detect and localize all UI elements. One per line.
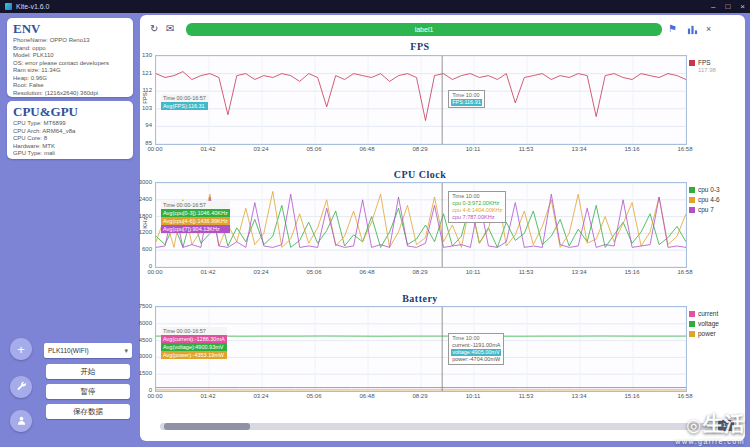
main-panel: ↻ ✉ label1 ⚑ × FPS FPS Time 00:00-16:57A… [140,15,745,441]
legend-item[interactable]: power [689,330,743,337]
mail-icon[interactable]: ✉ [166,22,174,36]
x-tick-label: 16:58 [677,269,692,275]
avg-annotation: Time 00:00-16:57Avg(current):-1286.30mAA… [161,327,227,359]
x-tick-label: 00:00 [147,269,162,275]
env-line: Ram size: 11.34G [13,67,127,75]
x-tick-label: 11:53 [519,146,534,152]
tooltip-row: cpu 0-3:972.00KHz [451,200,503,207]
y-tick-label: 3000 [139,179,152,185]
device-select[interactable]: PLK110(WIFI) ▾ [44,343,132,358]
y-tick-label: 2400 [139,196,152,202]
x-tick-label: 10:11 [466,269,481,275]
bookmark-icon[interactable]: ⚑ [668,22,677,36]
app-window: { "window": { "title": "Kite-v1.6.0", "c… [0,0,750,447]
annotation-row: Avg(cpu[7]):904.13KHz [161,225,230,233]
tooltip-row: cpu 7:787.00KHz [451,214,503,221]
legend-swatch [689,187,695,193]
x-tick-label: 08:29 [412,269,427,275]
y-tick-label: 1500 [139,370,152,376]
x-tick-label: 00:00 [147,146,162,152]
x-tick-label: 03:24 [253,146,268,152]
env-line: Heap: 0.96G [13,75,127,83]
x-tick-label: 13:34 [571,269,586,275]
env-lines: PhoneName: OPPO Reno13Brand: oppoModel: … [13,37,127,97]
close-button[interactable]: × [740,0,745,13]
env-line: PhoneName: OPPO Reno13 [13,37,127,45]
chart-legend[interactable]: FPS117.98 [689,59,743,76]
y-tick-label: 3000 [139,353,152,359]
maximize-button[interactable]: □ [725,0,730,13]
cpugpu-line: GPU Type: mali [13,150,127,158]
env-line: Model: PLK110 [13,52,127,60]
annotation-row: Time 00:00-16:57 [161,327,227,335]
refresh-icon[interactable]: ↻ [150,22,158,36]
legend-item[interactable]: cpu 0-3 [689,186,743,193]
label-bar[interactable]: label1 [186,23,662,36]
legend-swatch [689,331,695,337]
minimize-button[interactable]: – [711,0,715,13]
tooltip-row: voltage:4905.00mV [451,349,501,356]
x-tick-label: 05:06 [306,146,321,152]
tooltip-row: FPS:116.91 [451,99,482,106]
x-tick-label: 08:29 [412,393,427,399]
x-axis-ticks: 00:0001:4203:2405:0606:4808:2910:1111:53… [155,145,685,154]
x-tick-label: 01:42 [200,269,215,275]
tooltip-row: power:-4704.00mW [451,356,501,363]
tooltip-row: Time 10:00 [451,335,501,342]
cpugpu-line: CPU Core: 8 [13,135,127,143]
legend-label: cpu 4-6 [698,196,720,203]
support-button[interactable] [10,410,32,432]
legend-item[interactable]: cpu 4-6 [689,196,743,203]
x-tick-label: 11:53 [519,269,534,275]
tooltip-row: Time 10:00 [451,92,482,99]
wrench-icon [16,380,27,395]
legend-swatch [689,60,695,66]
y-tick-label: 121 [142,70,152,76]
chart-columns-icon[interactable] [687,24,698,39]
x-axis-ticks: 00:0001:4203:2405:0606:4808:2910:1111:53… [155,392,685,401]
annotation-row: Avg(cpu[4-6]):1436.99KHz [161,217,230,225]
annotation-row: Avg(current):-1286.30mA [161,335,227,343]
tools-button[interactable] [10,376,32,398]
chart-title: FPS [155,41,685,52]
y-tick-label: 4500 [139,337,152,343]
env-line: OS: error please contact developers [13,60,127,68]
legend-swatch [689,321,695,327]
chart-legend[interactable]: currentvoltagepower [689,310,743,340]
cpugpu-panel: CPU&GPU CPU Type: MT6899CPU Arch: ARM64_… [7,101,133,159]
chart-plot-area[interactable]: Time 00:00-16:57Avg(current):-1286.30mAA… [155,306,687,392]
cursor-tooltip: Time 10:00FPS:116.91 [448,90,485,108]
save-data-button[interactable]: 保存数据 [46,404,130,419]
close-chart-icon[interactable]: × [706,22,711,36]
legend-item[interactable]: voltage [689,320,743,327]
x-tick-label: 03:24 [253,393,268,399]
window-titlebar[interactable]: Kite-v1.6.0 – □ × [0,0,750,13]
legend-item[interactable]: FPS [689,59,743,66]
env-line: Brand: oppo [13,45,127,53]
x-tick-label: 05:06 [306,393,321,399]
chart-plot-area[interactable]: Time 00:00-16:57Avg(FPS):116.31 Time 10:… [155,55,687,145]
legend-label: cpu 7 [698,206,714,213]
zoom-scale-button[interactable]: 1x [718,420,734,431]
legend-item[interactable]: current [689,310,743,317]
pause-button[interactable]: 暂停 [46,384,130,399]
chart-plot-area[interactable]: Time 00:00-16:57Avg(cpu[0-3]):1046.40KHz… [155,182,687,268]
y-tick-label: 6000 [139,320,152,326]
x-tick-label: 13:34 [571,393,586,399]
start-button[interactable]: 开始 [46,364,130,379]
scrollbar-handle[interactable] [164,423,250,430]
chart-legend[interactable]: cpu 0-3cpu 4-6cpu 7 [689,186,743,216]
env-panel: ENV PhoneName: OPPO Reno13Brand: oppoMod… [7,18,133,97]
avg-annotation: Time 00:00-16:57Avg(FPS):116.31 [161,94,208,110]
timeline-scrollbar[interactable] [160,423,712,430]
legend-label: FPS [698,59,711,66]
y-tick-label: 1200 [139,229,152,235]
add-button[interactable]: + [10,338,32,360]
legend-label: voltage [698,320,719,327]
x-tick-label: 15:16 [624,269,639,275]
legend-swatch [689,197,695,203]
y-axis-ticks: 015003000450060007500 [140,306,153,390]
user-icon [16,414,27,429]
legend-item[interactable]: cpu 7 [689,206,743,213]
tooltip-row: Time 10:00 [451,193,503,200]
